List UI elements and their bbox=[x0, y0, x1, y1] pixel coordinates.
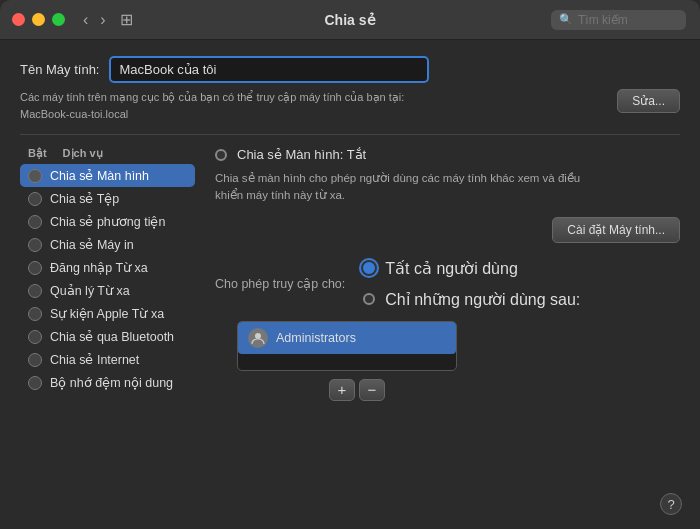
main-content: Tên Máy tính: Các máy tính trên mạng cục… bbox=[0, 40, 700, 529]
close-button[interactable] bbox=[12, 13, 25, 26]
access-label-row: Cho phép truy cập cho: Tất cả người dùng… bbox=[215, 259, 680, 315]
status-indicator bbox=[215, 149, 227, 161]
name-label: Tên Máy tính: bbox=[20, 62, 99, 77]
search-icon: 🔍 bbox=[559, 13, 573, 26]
sidebar-label-4: Đăng nhập Từ xa bbox=[50, 260, 148, 275]
sidebar-item-tep[interactable]: Chia sẻ Tệp bbox=[20, 187, 195, 210]
access-option-specific[interactable]: Chỉ những người dùng sau: bbox=[363, 290, 580, 309]
toggle-may-in[interactable] bbox=[28, 238, 42, 252]
nav-arrows: ‹ › bbox=[79, 9, 110, 31]
access-option-specific-label: Chỉ những người dùng sau: bbox=[385, 290, 580, 309]
toggle-man-hinh[interactable] bbox=[28, 169, 42, 183]
sidebar-label-2: Chia sẻ phương tiện bbox=[50, 214, 165, 229]
lower-section: Bật Dịch vụ Chia sẻ Màn hình Chia sẻ Tệp… bbox=[20, 147, 680, 401]
add-remove-row: + − bbox=[237, 379, 477, 401]
maximize-button[interactable] bbox=[52, 13, 65, 26]
sidebar-header: Bật Dịch vụ bbox=[20, 147, 195, 164]
access-label: Cho phép truy cập cho: bbox=[215, 276, 345, 291]
toggle-dang-nhap[interactable] bbox=[28, 261, 42, 275]
bat-col-header: Bật bbox=[28, 147, 47, 160]
toggle-quan-ly[interactable] bbox=[28, 284, 42, 298]
toggle-bluetooth[interactable] bbox=[28, 330, 42, 344]
help-button[interactable]: ? bbox=[660, 493, 682, 515]
user-avatar bbox=[248, 328, 268, 348]
sidebar-item-dang-nhap[interactable]: Đăng nhập Từ xa bbox=[20, 256, 195, 279]
sidebar-label-1: Chia sẻ Tệp bbox=[50, 191, 119, 206]
sidebar-item-bluetooth[interactable]: Chia sẻ qua Bluetooth bbox=[20, 325, 195, 348]
back-button[interactable]: ‹ bbox=[79, 9, 92, 31]
toggle-internet[interactable] bbox=[28, 353, 42, 367]
search-input[interactable] bbox=[578, 13, 678, 27]
edit-button[interactable]: Sửa... bbox=[617, 89, 680, 113]
access-option-all[interactable]: Tất cả người dùng bbox=[363, 259, 580, 278]
sidebar-label-6: Sự kiện Apple Từ xa bbox=[50, 306, 164, 321]
window-title: Chia sẻ bbox=[324, 12, 375, 28]
minimize-button[interactable] bbox=[32, 13, 45, 26]
description-text: Chia sẻ màn hình cho phép người dùng các… bbox=[215, 170, 595, 205]
user-list: Administrators bbox=[237, 321, 457, 371]
sidebar-item-man-hinh[interactable]: Chia sẻ Màn hình bbox=[20, 164, 195, 187]
sidebar-label-9: Bộ nhớ đệm nội dung bbox=[50, 375, 173, 390]
sub-info-text: Các máy tính trên mạng cục bộ của bạn có… bbox=[20, 89, 404, 122]
remove-user-button[interactable]: − bbox=[359, 379, 385, 401]
sidebar-item-may-in[interactable]: Chia sẻ Máy in bbox=[20, 233, 195, 256]
computer-name-input[interactable] bbox=[109, 56, 429, 83]
toggle-bo-nho[interactable] bbox=[28, 376, 42, 390]
sidebar: Bật Dịch vụ Chia sẻ Màn hình Chia sẻ Tệp… bbox=[20, 147, 195, 401]
grid-button[interactable]: ⊞ bbox=[120, 10, 133, 29]
divider bbox=[20, 134, 680, 135]
sidebar-item-quan-ly[interactable]: Quản lý Từ xa bbox=[20, 279, 195, 302]
name-section: Tên Máy tính: bbox=[20, 56, 680, 83]
window-controls bbox=[12, 13, 65, 26]
sidebar-label-5: Quản lý Từ xa bbox=[50, 283, 130, 298]
radio-specific-users[interactable] bbox=[363, 293, 375, 305]
add-user-button[interactable]: + bbox=[329, 379, 355, 401]
status-row: Chia sẻ Màn hình: Tắt bbox=[215, 147, 680, 162]
sub-info: Các máy tính trên mạng cục bộ của bạn có… bbox=[20, 89, 680, 122]
sidebar-label-7: Chia sẻ qua Bluetooth bbox=[50, 329, 174, 344]
svg-point-0 bbox=[255, 333, 261, 339]
toggle-tep[interactable] bbox=[28, 192, 42, 206]
sidebar-item-internet[interactable]: Chia sẻ Internet bbox=[20, 348, 195, 371]
status-label: Chia sẻ Màn hình: Tắt bbox=[237, 147, 366, 162]
sidebar-label-8: Chia sẻ Internet bbox=[50, 352, 139, 367]
dich-vu-col-header: Dịch vụ bbox=[63, 147, 103, 160]
toggle-apple[interactable] bbox=[28, 307, 42, 321]
access-section: Cho phép truy cập cho: Tất cả người dùng… bbox=[215, 259, 680, 315]
sidebar-item-bo-nho[interactable]: Bộ nhớ đệm nội dung bbox=[20, 371, 195, 394]
access-option-all-label: Tất cả người dùng bbox=[385, 259, 518, 278]
settings-button[interactable]: Cài đặt Máy tính... bbox=[552, 217, 680, 243]
user-item-administrators[interactable]: Administrators bbox=[238, 322, 456, 354]
sidebar-item-phuong-tien[interactable]: Chia sẻ phương tiện bbox=[20, 210, 195, 233]
sidebar-label-0: Chia sẻ Màn hình bbox=[50, 168, 149, 183]
search-bar[interactable]: 🔍 bbox=[551, 10, 686, 30]
forward-button[interactable]: › bbox=[96, 9, 109, 31]
user-name: Administrators bbox=[276, 331, 356, 345]
sidebar-label-3: Chia sẻ Máy in bbox=[50, 237, 134, 252]
sidebar-item-apple[interactable]: Sự kiện Apple Từ xa bbox=[20, 302, 195, 325]
toggle-phuong-tien[interactable] bbox=[28, 215, 42, 229]
radio-all-users[interactable] bbox=[363, 262, 375, 274]
title-bar: ‹ › ⊞ Chia sẻ 🔍 bbox=[0, 0, 700, 40]
detail-panel: Chia sẻ Màn hình: Tắt Chia sẻ màn hình c… bbox=[195, 147, 680, 401]
